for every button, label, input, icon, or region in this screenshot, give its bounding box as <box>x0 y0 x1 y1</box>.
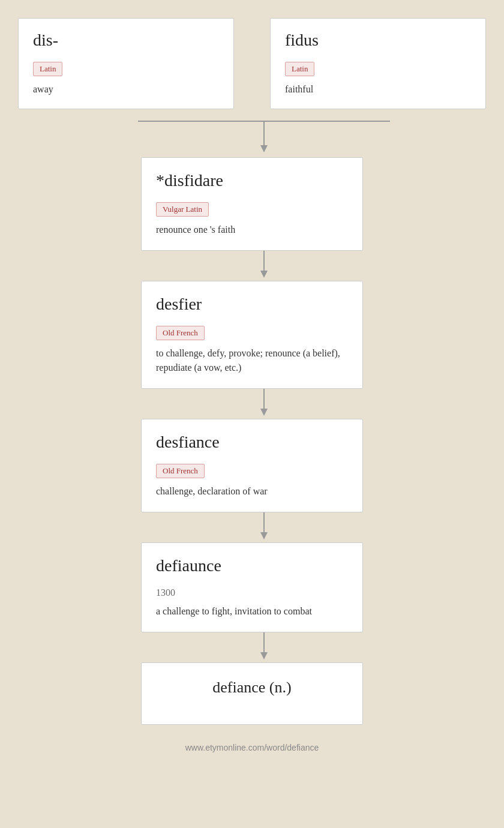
tag-fidus: Latin <box>285 62 314 76</box>
arrow-1 <box>12 251 504 281</box>
tag-desfiance: Old French <box>156 464 205 478</box>
word-defiaunce: defiaunce <box>156 556 348 575</box>
year-defiaunce: 1300 <box>156 587 348 598</box>
flow-section-1: *disfidare Vulgar Latin renounce one 's … <box>12 157 492 251</box>
footer: www.etymonline.com/word/defiance <box>12 743 492 752</box>
flow-section-5: defiance (n.) <box>12 662 492 725</box>
word-dis: dis- <box>33 31 219 50</box>
top-row: dis- Latin away fidus Latin faithful <box>12 18 492 109</box>
def-desfiance: challenge, declaration of war <box>156 484 348 499</box>
tag-dis: Latin <box>33 62 62 76</box>
card-defiaunce: defiaunce 1300 a challenge to fight, inv… <box>141 542 363 632</box>
def-defiaunce: a challenge to fight, invitation to comb… <box>156 604 348 619</box>
top-connector-svg <box>12 109 504 157</box>
svg-marker-10 <box>260 652 268 659</box>
svg-marker-4 <box>260 271 268 278</box>
svg-marker-8 <box>260 532 268 539</box>
card-fidus: fidus Latin faithful <box>270 18 486 109</box>
word-desfiance: desfiance <box>156 433 348 452</box>
arrow-4 <box>12 632 504 662</box>
def-dis: away <box>33 82 219 97</box>
word-desfier: desfier <box>156 295 348 314</box>
flow-section-2: desfier Old French to challenge, defy, p… <box>12 281 492 389</box>
flow-section-3: desfiance Old French challenge, declarat… <box>12 419 492 512</box>
tag-disfidare: Vulgar Latin <box>156 202 209 217</box>
word-fidus: fidus <box>285 31 471 50</box>
def-disfidare: renounce one 's faith <box>156 223 348 237</box>
card-disfidare: *disfidare Vulgar Latin renounce one 's … <box>141 157 363 251</box>
def-desfier: to challenge, defy, provoke; renounce (a… <box>156 346 348 375</box>
arrow-3 <box>12 512 504 542</box>
arrow-2 <box>12 389 504 419</box>
def-fidus: faithful <box>285 82 471 97</box>
card-dis: dis- Latin away <box>18 18 234 109</box>
flow-section-4: defiaunce 1300 a challenge to fight, inv… <box>12 542 492 632</box>
word-defiance: defiance (n.) <box>156 679 348 697</box>
card-defiance: defiance (n.) <box>141 662 363 725</box>
svg-marker-6 <box>260 409 268 416</box>
word-disfidare: *disfidare <box>156 171 348 190</box>
tag-desfier: Old French <box>156 326 205 340</box>
card-desfiance: desfiance Old French challenge, declarat… <box>141 419 363 512</box>
card-desfier: desfier Old French to challenge, defy, p… <box>141 281 363 389</box>
footer-url: www.etymonline.com/word/defiance <box>185 743 319 752</box>
svg-marker-2 <box>260 145 268 152</box>
